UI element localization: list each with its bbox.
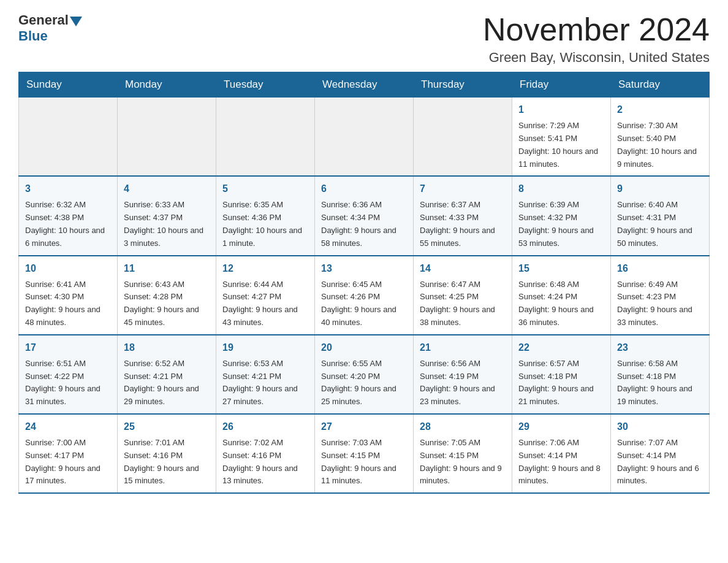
day-info: Sunrise: 7:29 AMSunset: 5:41 PMDaylight:… [518,120,604,170]
calendar-cell [216,98,315,177]
calendar-cell: 13Sunrise: 6:45 AMSunset: 4:26 PMDayligh… [315,256,414,335]
day-info: Sunrise: 6:57 AMSunset: 4:18 PMDaylight:… [518,358,604,408]
logo: General Blue [18,12,82,44]
day-number: 10 [25,261,111,276]
day-number: 12 [222,261,308,276]
day-number: 27 [321,419,407,434]
day-info: Sunrise: 6:47 AMSunset: 4:25 PMDaylight:… [420,278,506,329]
page-header: General Blue November 2024 Green Bay, Wi… [18,12,710,66]
day-info: Sunrise: 6:35 AMSunset: 4:36 PMDaylight:… [222,199,308,250]
day-number: 26 [222,419,308,434]
day-number: 30 [617,419,703,434]
calendar-cell: 22Sunrise: 6:57 AMSunset: 4:18 PMDayligh… [512,335,611,414]
calendar-cell: 5Sunrise: 6:35 AMSunset: 4:36 PMDaylight… [216,176,315,255]
calendar-cell: 16Sunrise: 6:49 AMSunset: 4:23 PMDayligh… [611,256,710,335]
day-info: Sunrise: 7:01 AMSunset: 4:16 PMDaylight:… [124,437,210,488]
day-info: Sunrise: 6:37 AMSunset: 4:33 PMDaylight:… [420,199,506,250]
day-info: Sunrise: 6:52 AMSunset: 4:21 PMDaylight:… [124,358,210,408]
title-area: November 2024 Green Bay, Wisconsin, Unit… [483,12,710,66]
calendar-cell: 6Sunrise: 6:36 AMSunset: 4:34 PMDaylight… [315,176,414,255]
day-info: Sunrise: 6:40 AMSunset: 4:31 PMDaylight:… [617,199,703,250]
calendar-cell [414,98,512,177]
calendar-week-4: 17Sunrise: 6:51 AMSunset: 4:22 PMDayligh… [19,335,710,414]
day-number: 28 [420,419,506,434]
day-number: 7 [420,182,506,196]
day-info: Sunrise: 6:36 AMSunset: 4:34 PMDaylight:… [321,199,407,250]
calendar-cell: 29Sunrise: 7:06 AMSunset: 4:14 PMDayligh… [512,414,611,493]
day-info: Sunrise: 6:41 AMSunset: 4:30 PMDaylight:… [25,278,111,329]
calendar-week-2: 3Sunrise: 6:32 AMSunset: 4:38 PMDaylight… [19,176,710,255]
day-info: Sunrise: 6:44 AMSunset: 4:27 PMDaylight:… [222,278,308,329]
calendar-cell: 10Sunrise: 6:41 AMSunset: 4:30 PMDayligh… [19,256,118,335]
calendar-cell: 2Sunrise: 7:30 AMSunset: 5:40 PMDaylight… [611,98,710,177]
calendar-cell: 21Sunrise: 6:56 AMSunset: 4:19 PMDayligh… [414,335,512,414]
header-sunday: Sunday [19,72,118,98]
day-number: 8 [518,182,604,196]
calendar-week-3: 10Sunrise: 6:41 AMSunset: 4:30 PMDayligh… [19,256,710,335]
day-info: Sunrise: 7:00 AMSunset: 4:17 PMDaylight:… [25,437,111,488]
day-number: 22 [518,340,604,355]
calendar-cell: 14Sunrise: 6:47 AMSunset: 4:25 PMDayligh… [414,256,512,335]
calendar-header-row: SundayMondayTuesdayWednesdayThursdayFrid… [19,72,710,98]
day-info: Sunrise: 6:51 AMSunset: 4:22 PMDaylight:… [25,358,111,408]
logo-blue-text: Blue [18,28,48,44]
calendar-cell: 20Sunrise: 6:55 AMSunset: 4:20 PMDayligh… [315,335,414,414]
calendar-cell [315,98,414,177]
calendar-cell: 27Sunrise: 7:03 AMSunset: 4:15 PMDayligh… [315,414,414,493]
day-info: Sunrise: 6:33 AMSunset: 4:37 PMDaylight:… [124,199,210,250]
calendar-cell: 28Sunrise: 7:05 AMSunset: 4:15 PMDayligh… [414,414,512,493]
day-number: 23 [617,340,703,355]
calendar-cell: 8Sunrise: 6:39 AMSunset: 4:32 PMDaylight… [512,176,611,255]
day-info: Sunrise: 7:02 AMSunset: 4:16 PMDaylight:… [222,437,308,488]
day-number: 14 [420,261,506,276]
day-number: 6 [321,182,407,196]
logo-arrow-icon [70,17,82,26]
calendar-cell: 17Sunrise: 6:51 AMSunset: 4:22 PMDayligh… [19,335,118,414]
calendar-cell: 11Sunrise: 6:43 AMSunset: 4:28 PMDayligh… [118,256,216,335]
calendar-cell: 25Sunrise: 7:01 AMSunset: 4:16 PMDayligh… [118,414,216,493]
calendar-cell: 1Sunrise: 7:29 AMSunset: 5:41 PMDaylight… [512,98,611,177]
calendar-cell: 26Sunrise: 7:02 AMSunset: 4:16 PMDayligh… [216,414,315,493]
day-number: 24 [25,419,111,434]
day-info: Sunrise: 6:43 AMSunset: 4:28 PMDaylight:… [124,278,210,329]
day-info: Sunrise: 7:03 AMSunset: 4:15 PMDaylight:… [321,437,407,488]
day-info: Sunrise: 6:58 AMSunset: 4:18 PMDaylight:… [617,358,703,408]
calendar-cell: 9Sunrise: 6:40 AMSunset: 4:31 PMDaylight… [611,176,710,255]
day-number: 17 [25,340,111,355]
day-info: Sunrise: 6:55 AMSunset: 4:20 PMDaylight:… [321,358,407,408]
calendar-cell [118,98,216,177]
calendar-week-1: 1Sunrise: 7:29 AMSunset: 5:41 PMDaylight… [19,98,710,177]
day-number: 25 [124,419,210,434]
day-info: Sunrise: 7:05 AMSunset: 4:15 PMDaylight:… [420,437,506,488]
calendar-cell: 18Sunrise: 6:52 AMSunset: 4:21 PMDayligh… [118,335,216,414]
month-title: November 2024 [483,12,710,47]
day-info: Sunrise: 6:53 AMSunset: 4:21 PMDaylight:… [222,358,308,408]
day-number: 9 [617,182,703,196]
calendar-cell: 19Sunrise: 6:53 AMSunset: 4:21 PMDayligh… [216,335,315,414]
calendar-cell: 15Sunrise: 6:48 AMSunset: 4:24 PMDayligh… [512,256,611,335]
day-info: Sunrise: 7:07 AMSunset: 4:14 PMDaylight:… [617,437,703,488]
day-number: 19 [222,340,308,355]
calendar-cell: 12Sunrise: 6:44 AMSunset: 4:27 PMDayligh… [216,256,315,335]
day-number: 13 [321,261,407,276]
calendar-cell: 24Sunrise: 7:00 AMSunset: 4:17 PMDayligh… [19,414,118,493]
calendar-cell: 30Sunrise: 7:07 AMSunset: 4:14 PMDayligh… [611,414,710,493]
day-number: 4 [124,182,210,196]
day-number: 18 [124,340,210,355]
day-number: 5 [222,182,308,196]
calendar-table: SundayMondayTuesdayWednesdayThursdayFrid… [18,72,710,494]
day-info: Sunrise: 6:56 AMSunset: 4:19 PMDaylight:… [420,358,506,408]
calendar-cell: 7Sunrise: 6:37 AMSunset: 4:33 PMDaylight… [414,176,512,255]
day-number: 15 [518,261,604,276]
day-number: 20 [321,340,407,355]
header-monday: Monday [118,72,216,98]
header-thursday: Thursday [414,72,512,98]
day-info: Sunrise: 6:39 AMSunset: 4:32 PMDaylight:… [518,199,604,250]
day-info: Sunrise: 7:06 AMSunset: 4:14 PMDaylight:… [518,437,604,488]
calendar-cell: 3Sunrise: 6:32 AMSunset: 4:38 PMDaylight… [19,176,118,255]
day-info: Sunrise: 6:45 AMSunset: 4:26 PMDaylight:… [321,278,407,329]
location-subtitle: Green Bay, Wisconsin, United States [483,50,710,66]
day-number: 29 [518,419,604,434]
day-info: Sunrise: 6:32 AMSunset: 4:38 PMDaylight:… [25,199,111,250]
header-wednesday: Wednesday [315,72,414,98]
